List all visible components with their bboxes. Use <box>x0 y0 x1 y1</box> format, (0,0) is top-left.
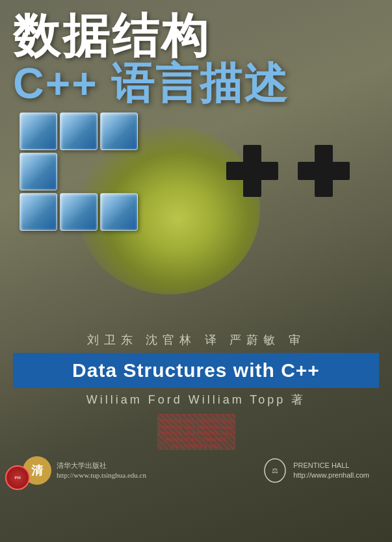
english-title-banner: Data Structures with C++ <box>13 353 379 388</box>
ice-block-mid-left <box>20 153 57 190</box>
ice-block-bot-right <box>100 193 138 231</box>
ice-block-bot-left <box>20 193 57 231</box>
red-seal: PH <box>5 465 30 490</box>
plus1-vertical <box>243 145 261 197</box>
book-cover: 数据结构 C++ 语言描述 刘卫东 沈官林 译 严蔚敏 审 Data Str <box>0 0 392 542</box>
english-title-text: Data Structures with C++ <box>72 359 320 381</box>
prentice-publisher: ⚖ PRENTICE HALL http://www.prenhall.com <box>262 456 369 485</box>
svg-text:⚖: ⚖ <box>272 467 278 474</box>
publisher-row: 清 清华大学出版社 http://www.tup.tsinghua.edu.cn… <box>13 454 379 487</box>
ice-block-top-right <box>100 112 138 150</box>
cover-image-area <box>0 106 392 327</box>
tsinghua-publisher: 清 清华大学出版社 http://www.tup.tsinghua.edu.cn <box>23 456 146 485</box>
authors-line: William Ford William Topp 著 <box>86 392 306 407</box>
plus-plus-shape <box>223 138 372 281</box>
translators-line: 刘卫东 沈官林 译 严蔚敏 审 <box>87 332 306 348</box>
title-cpp: C++ 语言描述 <box>13 61 379 106</box>
tsinghua-text: 清华大学出版社 http://www.tup.tsinghua.edu.cn <box>57 461 146 481</box>
title-chinese: 数据结构 <box>13 12 379 61</box>
prentice-text: PRENTICE HALL http://www.prenhall.com <box>293 461 369 481</box>
ice-c-shape <box>20 112 150 307</box>
title-area: 数据结构 C++ 语言描述 <box>0 0 392 106</box>
bottom-section: 刘卫东 沈官林 译 严蔚敏 审 Data Structures with C++… <box>0 327 392 487</box>
prentice-logo: ⚖ <box>262 456 288 485</box>
stamp-text: PRENTICE HALL PRENTICE HALL PRENTICE HAL… <box>158 418 235 450</box>
prentice-stamp: PRENTICE HALL PRENTICE HALL PRENTICE HAL… <box>157 414 235 450</box>
ice-block-top-left <box>20 112 57 150</box>
ice-block-bot-mid <box>60 193 98 231</box>
plus2-vertical <box>315 145 333 197</box>
ice-block-top-mid <box>60 112 98 150</box>
